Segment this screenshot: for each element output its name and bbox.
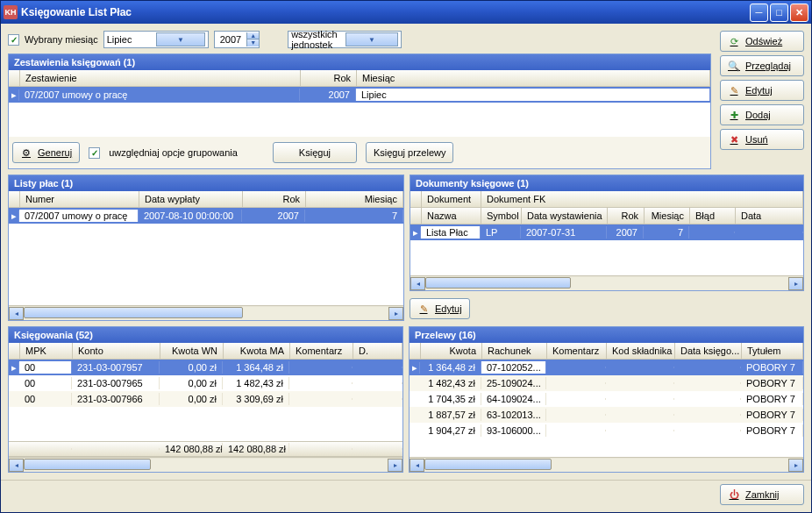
year-spinner[interactable]: 2007 ▲▼ (214, 31, 260, 48)
listy-row[interactable]: ▸ 07/2007 umowy o pracę 2007-08-10 00:00… (9, 208, 403, 224)
grupowanie-label: uwzględniaj opcje grupowania (109, 147, 238, 158)
scroll-right-icon[interactable]: ▸ (788, 459, 803, 472)
scroll-left-icon[interactable]: ◂ (9, 459, 24, 472)
row-marker-icon: ▸ (410, 227, 421, 239)
dokumenty-hscroll[interactable]: ◂ ▸ (410, 275, 803, 290)
przelewy-panel: Przelewy (16) Kwota Rachunek Komentarz K… (409, 326, 804, 473)
przelewy-row[interactable]: 1 904,27 zł93-106000...POBORY 7 (410, 423, 803, 438)
units-combo[interactable]: wszystkich jednostek▼ (288, 31, 402, 48)
ksiegowania-row[interactable]: 00231-03-0079650,00 zł1 482,43 zł (9, 375, 402, 391)
scroll-left-icon[interactable]: ◂ (9, 307, 24, 320)
grupowanie-checkbox[interactable]: ✓ (89, 147, 100, 159)
window-title: Księgowanie List Płac (21, 6, 750, 18)
gear-icon: ⚙ (20, 146, 32, 159)
titlebar: KH Księgowanie List Płac ─ □ ✕ (1, 1, 811, 24)
chevron-down-icon: ▼ (345, 32, 399, 46)
przelewy-row[interactable]: ▸1 364,48 zł07-102052...POBORY 7 (410, 360, 803, 375)
app-window: KH Księgowanie List Płac ─ □ ✕ ✓ Wybrany… (0, 0, 812, 513)
close-button[interactable]: ✕ (790, 4, 808, 22)
maximize-button[interactable]: □ (770, 4, 788, 22)
scroll-right-icon[interactable]: ▸ (388, 307, 403, 320)
przelewy-row[interactable]: 1 887,57 zł63-102013...POBORY 7 (410, 407, 803, 423)
refresh-icon: ⟳ (728, 35, 740, 47)
przelewy-row[interactable]: 1 482,43 zł25-109024...POBORY 7 (410, 375, 803, 391)
listy-panel: Listy płac (1) Numer Data wypłaty Rok Mi… (8, 175, 404, 321)
dokumenty-header: Dokumenty księgowe (1) (410, 175, 803, 191)
chevron-down-icon: ▼ (156, 32, 205, 46)
pencil-icon: ✎ (417, 303, 430, 315)
close-dialog-button[interactable]: ⏻Zamknij (720, 484, 804, 505)
row-marker-icon: ▸ (9, 89, 19, 101)
spin-down-icon[interactable]: ▼ (246, 39, 259, 46)
scroll-left-icon[interactable]: ◂ (410, 277, 425, 290)
edit-button[interactable]: ✎Edytuj (720, 80, 804, 101)
ksiegowania-row[interactable]: ▸00231-03-0079570,00 zł1 364,48 zł (9, 360, 402, 375)
przelewy-header: Przelewy (16) (410, 327, 803, 343)
plus-icon: ✚ (728, 109, 740, 121)
row-marker-icon: ▸ (9, 210, 19, 222)
browse-button[interactable]: 🔍Przeglądaj (720, 55, 804, 76)
ksiegowania-header: Księgowania (52) (9, 327, 402, 343)
month-combo[interactable]: Lipiec▼ (103, 31, 209, 48)
ksiegowania-hscroll[interactable]: ◂ ▸ (9, 457, 402, 472)
zestawienia-header: Zestawienia księgowań (1) (9, 54, 710, 70)
zestawienia-columns: Zestawienie Rok Miesiąc (9, 70, 710, 87)
ksiegowania-sum-row: 142 080,88 zł 142 080,88 zł (9, 441, 402, 457)
ksieguj-przelewy-button[interactable]: Księguj przelewy (366, 142, 454, 163)
row-marker-icon: ▸ (9, 362, 19, 374)
ksiegowania-panel: Księgowania (52) MPK Konto Kwota WN Kwot… (8, 326, 403, 473)
delete-button[interactable]: ✖Usuń (720, 129, 804, 150)
dokumenty-row[interactable]: ▸ Lista Płac LP 2007-07-31 2007 7 (410, 224, 803, 240)
month-checkbox[interactable]: ✓ (8, 34, 19, 46)
month-checkbox-label: Wybrany miesiąc (25, 34, 98, 45)
przelewy-hscroll[interactable]: ◂ ▸ (410, 457, 803, 472)
row-marker-icon: ▸ (410, 362, 420, 374)
ksieguj-button[interactable]: Księguj (273, 142, 357, 163)
add-button[interactable]: ✚Dodaj (720, 104, 804, 125)
listy-hscroll[interactable]: ◂ ▸ (9, 305, 403, 320)
listy-header: Listy płac (1) (9, 175, 403, 191)
app-icon: KH (4, 5, 18, 19)
przelewy-row[interactable]: 1 704,35 zł64-109024...POBORY 7 (410, 391, 803, 407)
spin-up-icon[interactable]: ▲ (246, 32, 259, 39)
dokumenty-edit-button[interactable]: ✎Edytuj (410, 298, 470, 319)
delete-icon: ✖ (728, 133, 740, 146)
scroll-left-icon[interactable]: ◂ (410, 459, 424, 472)
ksiegowania-row[interactable]: 00231-03-0079660,00 zł3 309,69 zł (9, 391, 402, 407)
scroll-right-icon[interactable]: ▸ (788, 277, 803, 290)
minimize-button[interactable]: ─ (750, 4, 768, 22)
zestawienia-panel: Zestawienia księgowań (1) Zestawienie Ro… (8, 53, 711, 169)
search-icon: 🔍 (728, 60, 740, 72)
pencil-icon: ✎ (728, 84, 740, 96)
dokumenty-panel: Dokumenty księgowe (1) Dokument Dokument… (410, 175, 804, 291)
refresh-button[interactable]: ⟳Odśwież (720, 31, 804, 52)
power-icon: ⏻ (728, 488, 740, 501)
scroll-right-icon[interactable]: ▸ (388, 459, 402, 472)
zestawienia-row[interactable]: ▸ 07/2007 umowy o pracę 2007 Lipiec (9, 87, 710, 103)
generuj-button[interactable]: ⚙Generuj (12, 142, 80, 163)
